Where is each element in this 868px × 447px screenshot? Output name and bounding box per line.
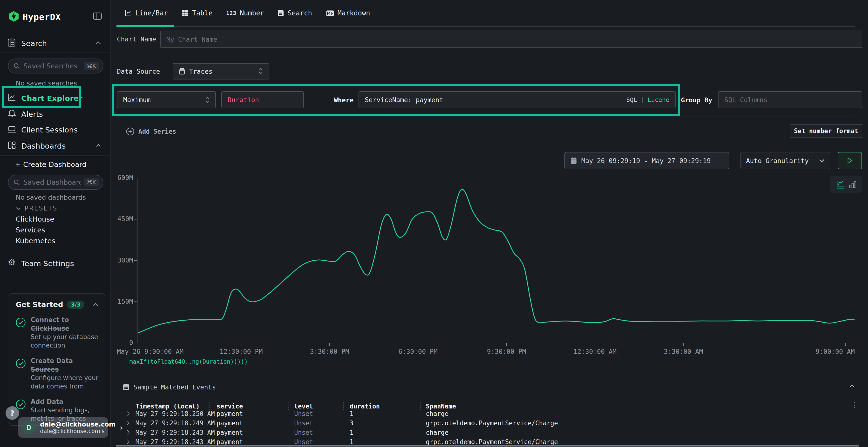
column-header-spanname[interactable]: SpanName <box>426 403 456 410</box>
column-header-timestamp[interactable]: Timestamp (Local) <box>135 403 199 410</box>
set-number-format-button[interactable]: Set number format <box>790 124 862 138</box>
get-started-item-connect[interactable]: Connect to ClickHouse Set up your databa… <box>16 315 98 350</box>
cell-timestamp[interactable]: May 27 9:29:18.249 AM <box>135 419 215 427</box>
column-separator[interactable] <box>343 402 344 410</box>
group-by-input[interactable] <box>718 91 862 108</box>
group-by-field[interactable] <box>724 96 856 104</box>
column-header-duration[interactable]: duration <box>350 403 380 410</box>
tab-search[interactable]: Search <box>277 9 312 17</box>
search-icon <box>13 63 20 69</box>
cell-spanname[interactable]: grpc.oteldemo.PaymentService/Charge <box>426 438 558 446</box>
saved-dashboards-input[interactable]: ⌘K <box>8 175 103 190</box>
table-icon <box>182 10 189 17</box>
column-separator[interactable] <box>420 402 421 410</box>
cell-spanname[interactable]: grpc.oteldemo.PaymentService/Charge <box>426 419 558 427</box>
data-source-select[interactable]: Traces <box>173 63 269 79</box>
cell-service[interactable]: payment <box>217 410 243 417</box>
get-started-title: Get Started <box>16 300 63 309</box>
cell-timestamp[interactable]: May 27 9:29:18.250 AM <box>135 410 215 417</box>
cell-level[interactable]: Unset <box>294 438 313 446</box>
where-query-value: ServiceName: payment <box>365 96 443 104</box>
horizontal-scrollbar[interactable] <box>116 445 859 447</box>
preset-kubernetes[interactable]: Kubernetes <box>16 237 55 245</box>
granularity-select[interactable]: Auto Granularity <box>740 152 830 169</box>
help-button[interactable]: ? <box>5 406 19 420</box>
sample-events-header[interactable]: Sample Matched Events <box>123 383 216 391</box>
row-expander-icon[interactable] <box>126 429 130 435</box>
date-range-picker[interactable]: May 26 09:29:19 - May 27 09:29:19 <box>564 152 729 169</box>
saved-dashboards-field[interactable] <box>23 178 81 186</box>
table-options-kebab-icon[interactable]: ⋮ <box>851 401 858 409</box>
aggregation-value: Maximum <box>123 96 151 104</box>
cell-level[interactable]: Unset <box>294 419 313 427</box>
cell-level[interactable]: Unset <box>294 410 313 417</box>
chevron-up-icon[interactable] <box>96 41 101 44</box>
sql-mode-toggle[interactable]: SQL <box>626 96 637 103</box>
column-header-service[interactable]: service <box>217 403 243 410</box>
tab-table[interactable]: Table <box>182 9 212 17</box>
get-started-item-subtitle: Configure where your data comes from <box>31 374 98 391</box>
cell-spanname[interactable]: charge <box>426 429 448 436</box>
saved-searches-field[interactable] <box>23 62 81 70</box>
cell-duration[interactable]: 1 <box>350 429 353 436</box>
saved-searches-input[interactable]: ⌘K <box>8 59 103 73</box>
sidebar-item-dashboards[interactable]: Dashboards <box>21 142 66 150</box>
chart-explorer-icon <box>8 94 16 102</box>
tab-number[interactable]: 123 Number <box>226 9 264 17</box>
cell-service[interactable]: payment <box>217 429 243 436</box>
cell-level[interactable]: Unset <box>294 429 313 436</box>
row-expander-icon[interactable] <box>126 411 130 416</box>
row-expander-icon[interactable] <box>126 439 130 445</box>
x-axis-tick: 12:30:00 AM <box>574 348 617 355</box>
preset-services[interactable]: Services <box>16 226 45 234</box>
app-title: HyperDX <box>23 12 61 22</box>
create-dashboard-button[interactable]: Create Dashboard <box>23 161 87 169</box>
tab-markdown[interactable]: Markdown <box>326 9 370 17</box>
sidebar-item-search[interactable]: Search <box>21 39 47 48</box>
sidebar-item-alerts[interactable]: Alerts <box>21 110 43 118</box>
chevron-up-icon[interactable] <box>93 303 98 306</box>
tab-line-bar[interactable]: Line/Bar <box>125 9 168 17</box>
user-menu[interactable]: D dale@clickhouse.com dale@clickhouse.co… <box>18 417 108 438</box>
get-started-item-data-sources[interactable]: Create Data Sources Configure where your… <box>16 356 98 391</box>
row-expander-icon[interactable] <box>126 420 130 426</box>
chevron-up-icon[interactable] <box>96 144 101 147</box>
cell-timestamp[interactable]: May 27 9:29:18.243 AM <box>135 438 215 446</box>
user-email-secondary: dale@clickhouse.com's <box>40 428 116 434</box>
lucene-mode-toggle[interactable]: Lucene <box>648 96 669 103</box>
column-header-level[interactable]: level <box>294 403 313 410</box>
where-query-input[interactable]: ServiceName: payment SQL | Lucene <box>359 91 676 108</box>
cell-timestamp[interactable]: May 27 9:29:18.243 AM <box>135 429 215 436</box>
add-series-label: Add Series <box>138 128 176 135</box>
field-select[interactable]: Duration <box>221 91 304 108</box>
cell-service[interactable]: payment <box>217 419 243 427</box>
sidebar-item-chart-explorer[interactable]: Chart Explorer <box>21 94 83 103</box>
presets-header[interactable]: PRESETS <box>25 205 58 212</box>
timeseries-chart[interactable] <box>134 178 859 347</box>
sidebar-item-client-sessions[interactable]: Client Sessions <box>21 126 78 134</box>
chart-legend[interactable]: — maxIf(toFloat64O..ng(Duration))))) <box>123 358 248 365</box>
sample-events-title: Sample Matched Events <box>133 383 216 391</box>
sidebar-item-team-settings[interactable]: Team Settings <box>21 259 74 268</box>
x-axis-tick: 3:30:00 AM <box>664 348 703 355</box>
cell-duration[interactable]: 1 <box>350 438 353 446</box>
data-source-label: Data Source <box>117 68 160 75</box>
chevron-up-icon[interactable] <box>849 384 855 388</box>
y-axis-tick: 450M <box>111 215 133 222</box>
add-series-button[interactable]: Add Series <box>126 127 176 136</box>
cell-service[interactable]: payment <box>217 438 243 446</box>
collapse-sidebar-icon[interactable] <box>93 12 102 20</box>
chevron-down-icon[interactable] <box>16 207 21 210</box>
aggregation-select[interactable]: Maximum <box>117 91 216 108</box>
cell-duration[interactable]: 3 <box>350 419 353 427</box>
tab-label: Markdown <box>338 9 370 17</box>
column-separator[interactable] <box>209 402 210 410</box>
cell-duration[interactable]: 1 <box>350 410 353 417</box>
chart-name-field[interactable] <box>166 36 856 43</box>
run-query-button[interactable] <box>838 152 862 169</box>
check-circle-icon <box>16 317 26 350</box>
preset-clickhouse[interactable]: ClickHouse <box>16 215 54 223</box>
cell-spanname[interactable]: charge <box>426 410 448 417</box>
chart-name-input[interactable] <box>160 31 862 48</box>
column-separator[interactable] <box>288 402 289 410</box>
